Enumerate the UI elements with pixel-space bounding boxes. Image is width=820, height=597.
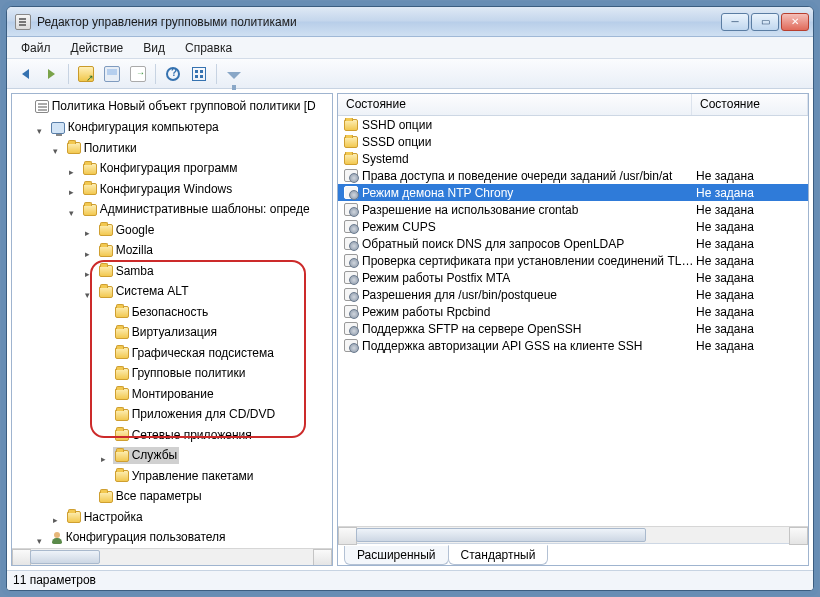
expand-icon[interactable]: ▸ xyxy=(81,266,93,283)
tree-item[interactable]: ▸ Политика Новый объект групповой полити… xyxy=(14,98,332,119)
menu-action[interactable]: Действие xyxy=(63,39,132,57)
tree-item[interactable]: ▾ Система ALT xyxy=(14,283,332,304)
filter-button[interactable] xyxy=(222,62,246,86)
user-icon xyxy=(51,532,63,544)
list-row[interactable]: Поддержка авторизации API GSS на клиенте… xyxy=(338,337,808,354)
tree-item[interactable]: ▸ Конфигурация программ xyxy=(14,160,332,181)
list-hscroll[interactable] xyxy=(338,526,808,543)
setting-icon xyxy=(344,254,358,267)
view-tabs: Расширенный Стандартный xyxy=(338,543,808,565)
menu-help[interactable]: Справка xyxy=(177,39,240,57)
collapse-icon[interactable]: ▾ xyxy=(49,143,61,160)
tree-item[interactable]: ▸ Графическая подсистема xyxy=(14,345,332,366)
collapse-icon[interactable]: ▾ xyxy=(33,533,45,549)
tree-item-label: Конфигурация компьютера xyxy=(68,119,219,136)
tab-standard[interactable]: Стандартный xyxy=(448,545,549,565)
list-row[interactable]: Режим CUPS Не задана xyxy=(338,218,808,235)
column-state[interactable]: Состояние xyxy=(692,94,808,115)
row-name: Разрешение на использование crontab xyxy=(362,203,578,217)
tree-item[interactable]: ▸ Настройка xyxy=(14,509,332,530)
minimize-button[interactable]: ─ xyxy=(721,13,749,31)
properties-button[interactable] xyxy=(100,62,124,86)
tree-item-label: Конфигурация пользователя xyxy=(66,529,226,546)
close-button[interactable]: ✕ xyxy=(781,13,809,31)
list-view[interactable]: SSHD опции SSSD опции Systemd Права дост… xyxy=(338,116,808,526)
setting-icon xyxy=(344,186,358,199)
help-button[interactable] xyxy=(161,62,185,86)
list-row[interactable]: Режим демона NTP Chrony Не задана xyxy=(338,184,808,201)
setting-icon xyxy=(344,237,358,250)
expand-icon[interactable]: ▸ xyxy=(97,451,109,468)
list-row[interactable]: Разрешение на использование crontab Не з… xyxy=(338,201,808,218)
row-state: Не задана xyxy=(696,237,754,251)
tree-item[interactable]: ▸ Монтирование xyxy=(14,386,332,407)
list-row[interactable]: Проверка сертификата при установлении со… xyxy=(338,252,808,269)
list-row[interactable]: Режим работы Rpcbind Не задана xyxy=(338,303,808,320)
collapse-icon[interactable]: ▾ xyxy=(33,123,45,140)
row-state: Не задана xyxy=(696,288,754,302)
expand-icon[interactable]: ▸ xyxy=(65,184,77,201)
folder-icon xyxy=(344,153,358,165)
menubar: Файл Действие Вид Справка xyxy=(7,37,813,59)
row-state: Не задана xyxy=(696,339,754,353)
tree-item[interactable]: ▸ Mozilla xyxy=(14,242,332,263)
tree-item[interactable]: ▸ Безопасность xyxy=(14,304,332,325)
tree-item-label: Все параметры xyxy=(116,488,202,505)
titlebar: Редактор управления групповыми политикам… xyxy=(7,7,813,37)
folder-icon xyxy=(115,347,129,359)
list-row[interactable]: Systemd xyxy=(338,150,808,167)
tree-hscroll[interactable] xyxy=(12,548,332,565)
folder-icon xyxy=(115,388,129,400)
list-row[interactable]: Режим работы Postfix MTA Не задана xyxy=(338,269,808,286)
tree-item[interactable]: ▾ Политики xyxy=(14,140,332,161)
column-name[interactable]: Состояние xyxy=(338,94,692,115)
status-bar: 11 параметров xyxy=(7,570,813,590)
tree-item-label: Приложения для CD/DVD xyxy=(132,406,275,423)
tree-item-label: Групповые политики xyxy=(132,365,246,382)
tab-extended[interactable]: Расширенный xyxy=(344,546,449,565)
list-header: Состояние Состояние xyxy=(338,94,808,116)
tree-item[interactable]: ▸ Групповые политики xyxy=(14,365,332,386)
setting-icon xyxy=(344,220,358,233)
tree-item[interactable]: ▸ Приложения для CD/DVD xyxy=(14,406,332,427)
expand-icon[interactable]: ▸ xyxy=(81,246,93,263)
setting-icon xyxy=(344,322,358,335)
list-row[interactable]: Обратный поиск DNS для запросов OpenLDAP… xyxy=(338,235,808,252)
nav-back-button[interactable] xyxy=(13,62,37,86)
tree-item[interactable]: ▾ Административные шаблоны: опреде xyxy=(14,201,332,222)
tree-item[interactable]: ▸ Samba xyxy=(14,263,332,284)
tree-item[interactable]: ▸ Сетевые приложения xyxy=(14,427,332,448)
menu-file[interactable]: Файл xyxy=(13,39,59,57)
expand-icon[interactable]: ▸ xyxy=(81,225,93,242)
tree-item-label: Google xyxy=(116,222,155,239)
tree-item[interactable]: ▸ Управление пакетами xyxy=(14,468,332,489)
row-state: Не задана xyxy=(696,305,754,319)
list-row[interactable]: Права доступа и поведение очереди задани… xyxy=(338,167,808,184)
list-row[interactable]: Разрешения для /usr/bin/postqueue Не зад… xyxy=(338,286,808,303)
collapse-icon[interactable]: ▾ xyxy=(81,287,93,304)
tree-item[interactable]: ▸ Виртуализация xyxy=(14,324,332,345)
tree-item[interactable]: ▾ Конфигурация компьютера xyxy=(14,119,332,140)
tree-item[interactable]: ▸ Конфигурация Windows xyxy=(14,181,332,202)
collapse-icon[interactable]: ▾ xyxy=(65,205,77,222)
maximize-button[interactable]: ▭ xyxy=(751,13,779,31)
view-grid-button[interactable] xyxy=(187,62,211,86)
tree-item[interactable]: ▾ Конфигурация пользователя xyxy=(14,529,332,548)
nav-forward-button[interactable] xyxy=(39,62,63,86)
export-button[interactable] xyxy=(126,62,150,86)
row-name: Проверка сертификата при установлении со… xyxy=(362,254,692,268)
tree-item[interactable]: ▸ Все параметры xyxy=(14,488,332,509)
tree-item[interactable]: ▸ Службы xyxy=(14,447,332,468)
tree-item[interactable]: ▸ Google xyxy=(14,222,332,243)
list-row[interactable]: SSSD опции xyxy=(338,133,808,150)
setting-icon xyxy=(344,203,358,216)
list-row[interactable]: Поддержка SFTP на сервере OpenSSH Не зад… xyxy=(338,320,808,337)
expand-icon[interactable]: ▸ xyxy=(49,512,61,529)
row-name: Обратный поиск DNS для запросов OpenLDAP xyxy=(362,237,624,251)
up-level-button[interactable] xyxy=(74,62,98,86)
tree-view[interactable]: ▸ Политика Новый объект групповой полити… xyxy=(12,94,332,548)
menu-view[interactable]: Вид xyxy=(135,39,173,57)
row-state: Не задана xyxy=(696,203,754,217)
expand-icon[interactable]: ▸ xyxy=(65,164,77,181)
list-row[interactable]: SSHD опции xyxy=(338,116,808,133)
